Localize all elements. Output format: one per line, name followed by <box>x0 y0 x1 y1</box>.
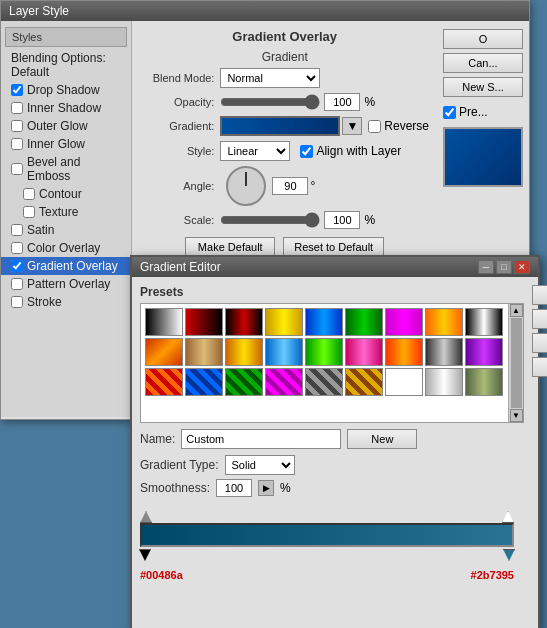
preset-swatch[interactable] <box>225 368 263 396</box>
inner-glow-checkbox[interactable] <box>11 138 23 150</box>
scale-unit: % <box>364 213 375 227</box>
opacity-stop-right[interactable] <box>502 511 514 523</box>
sidebar-item-inner-shadow[interactable]: Inner Shadow <box>1 99 131 117</box>
presets-label: Presets <box>140 285 524 299</box>
scroll-down-arrow[interactable]: ▼ <box>510 409 523 422</box>
sidebar-item-bevel-emboss[interactable]: Bevel and Emboss <box>1 153 131 185</box>
editor-reset-button[interactable]: Reset <box>532 309 547 329</box>
preset-swatch[interactable] <box>385 308 423 336</box>
sidebar-item-drop-shadow[interactable]: Drop Shadow <box>1 81 131 99</box>
sidebar-item-pattern-overlay[interactable]: Pattern Overlay <box>1 275 131 293</box>
gradient-bar[interactable] <box>140 523 514 547</box>
blend-mode-select[interactable]: Normal <box>220 68 320 88</box>
gradient-overlay-checkbox[interactable] <box>11 260 23 272</box>
preset-swatch[interactable] <box>465 308 503 336</box>
gradient-editor-body: Presets ▲ ▼ OK Reset Load... Save... <box>132 277 538 626</box>
satin-checkbox[interactable] <box>11 224 23 236</box>
preset-swatch[interactable] <box>145 308 183 336</box>
reverse-checkbox[interactable] <box>368 120 381 133</box>
scroll-thumb[interactable] <box>511 318 522 408</box>
new-style-button[interactable]: New S... <box>443 77 523 97</box>
angle-dial[interactable] <box>226 166 266 206</box>
preset-swatch[interactable] <box>265 338 303 366</box>
stroke-checkbox[interactable] <box>11 296 23 308</box>
gradient-editor-titlebar: Gradient Editor ─ □ ✕ <box>132 257 538 277</box>
make-default-button[interactable]: Make Default <box>185 237 275 257</box>
preset-swatch[interactable] <box>465 368 503 396</box>
preview-checkbox[interactable] <box>443 106 456 119</box>
preset-swatch[interactable] <box>265 308 303 336</box>
dropdown-arrow-icon[interactable]: ▼ <box>342 117 362 135</box>
preset-swatch[interactable] <box>185 308 223 336</box>
sidebar-item-texture[interactable]: Texture <box>1 203 131 221</box>
texture-checkbox[interactable] <box>23 206 35 218</box>
preset-swatch[interactable] <box>265 368 303 396</box>
preset-swatch[interactable] <box>305 308 343 336</box>
outer-glow-checkbox[interactable] <box>11 120 23 132</box>
preset-swatch[interactable] <box>385 338 423 366</box>
opacity-slider[interactable] <box>220 95 320 109</box>
sidebar-item-blending[interactable]: Blending Options: Default <box>1 49 131 81</box>
reset-to-default-button[interactable]: Reset to Default <box>283 237 384 257</box>
preset-swatch[interactable] <box>305 368 343 396</box>
sidebar-item-satin[interactable]: Satin <box>1 221 131 239</box>
sidebar-item-stroke[interactable]: Stroke <box>1 293 131 311</box>
contour-checkbox[interactable] <box>23 188 35 200</box>
preset-swatch[interactable] <box>185 368 223 396</box>
sidebar-item-color-overlay[interactable]: Color Overlay <box>1 239 131 257</box>
gradient-type-select[interactable]: Solid <box>225 455 295 475</box>
drop-shadow-checkbox[interactable] <box>11 84 23 96</box>
preset-swatch[interactable] <box>425 308 463 336</box>
style-label: Style: <box>140 145 220 157</box>
close-button[interactable]: ✕ <box>514 260 530 274</box>
sidebar-item-inner-glow[interactable]: Inner Glow <box>1 135 131 153</box>
gradient-sub-title: Gradient <box>140 50 429 64</box>
name-input[interactable] <box>181 429 341 449</box>
smoothness-unit: % <box>280 481 291 495</box>
preset-swatch[interactable] <box>185 338 223 366</box>
preset-swatch[interactable] <box>145 368 183 396</box>
scale-input[interactable] <box>324 211 360 229</box>
stroke-label: Stroke <box>27 295 62 309</box>
color-overlay-checkbox[interactable] <box>11 242 23 254</box>
scale-slider[interactable] <box>220 213 320 227</box>
angle-input[interactable] <box>272 177 308 195</box>
style-select[interactable]: Linear <box>220 141 290 161</box>
editor-load-button[interactable]: Load... <box>532 333 547 353</box>
color-stop-left[interactable] <box>139 549 151 561</box>
smoothness-arrow-button[interactable]: ▶ <box>258 480 274 496</box>
ok-button[interactable]: O <box>443 29 523 49</box>
new-button[interactable]: New <box>347 429 417 449</box>
inner-shadow-checkbox[interactable] <box>11 102 23 114</box>
opacity-input[interactable] <box>324 93 360 111</box>
sidebar-item-gradient-overlay[interactable]: Gradient Overlay <box>1 257 131 275</box>
bevel-emboss-checkbox[interactable] <box>11 163 23 175</box>
opacity-stop-left[interactable] <box>140 511 152 523</box>
preset-swatch[interactable] <box>305 338 343 366</box>
gradient-type-label: Gradient Type: <box>140 458 219 472</box>
editor-save-button[interactable]: Save... <box>532 357 547 377</box>
preset-swatch[interactable] <box>225 338 263 366</box>
title-controls: ─ □ ✕ <box>478 260 530 274</box>
gradient-preview[interactable] <box>220 116 340 136</box>
align-with-layer-checkbox[interactable] <box>300 145 313 158</box>
preset-swatch[interactable] <box>465 338 503 366</box>
preset-swatch[interactable] <box>345 368 383 396</box>
color-stop-right[interactable] <box>503 549 515 561</box>
smoothness-input[interactable] <box>216 479 252 497</box>
maximize-button[interactable]: □ <box>496 260 512 274</box>
preset-swatch[interactable] <box>345 308 383 336</box>
minimize-button[interactable]: ─ <box>478 260 494 274</box>
sidebar-item-contour[interactable]: Contour <box>1 185 131 203</box>
sidebar-item-outer-glow[interactable]: Outer Glow <box>1 117 131 135</box>
pattern-overlay-checkbox[interactable] <box>11 278 23 290</box>
preset-swatch[interactable] <box>425 338 463 366</box>
preset-swatch[interactable] <box>385 368 423 396</box>
scroll-up-arrow[interactable]: ▲ <box>510 304 523 317</box>
preset-swatch[interactable] <box>345 338 383 366</box>
preset-swatch[interactable] <box>225 308 263 336</box>
editor-ok-button[interactable]: OK <box>532 285 547 305</box>
cancel-button[interactable]: Can... <box>443 53 523 73</box>
preset-swatch[interactable] <box>425 368 463 396</box>
preset-swatch[interactable] <box>145 338 183 366</box>
